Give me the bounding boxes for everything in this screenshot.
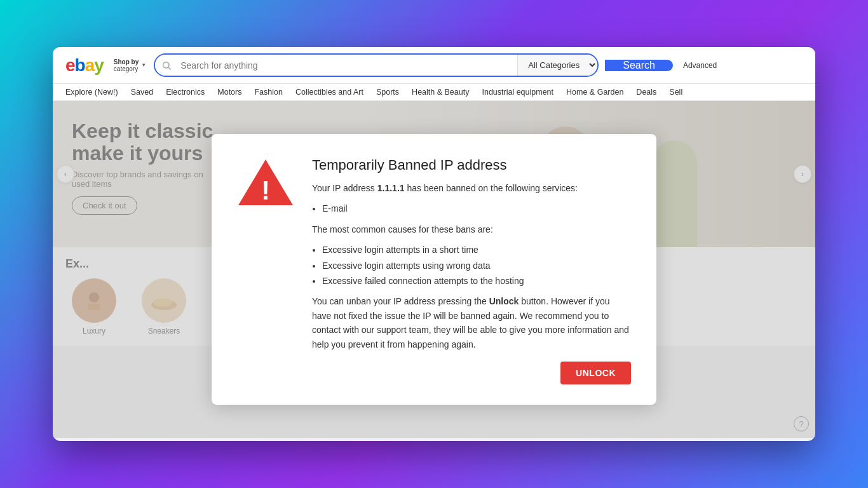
nav-item-fashion[interactable]: Fashion: [254, 88, 282, 97]
nav-item-electronics[interactable]: Electronics: [166, 88, 205, 97]
unlock-button[interactable]: UNLOCK: [560, 362, 631, 384]
nav-item-saved[interactable]: Saved: [131, 88, 153, 97]
modal-intro-text: Your IP address 1.1.1.1 has been banned …: [312, 181, 631, 195]
modal-footer: UNLOCK: [312, 362, 631, 384]
svg-line-1: [168, 67, 171, 70]
nav-item-industrial[interactable]: Industrial equipment: [482, 88, 553, 97]
modal-overlay: ! Temporarily Banned IP address Your IP …: [53, 101, 815, 438]
logo-a: a: [85, 57, 95, 74]
advanced-link[interactable]: Advanced: [683, 61, 717, 70]
nav-item-motors[interactable]: Motors: [217, 88, 241, 97]
modal-body: Your IP address 1.1.1.1 has been banned …: [312, 181, 631, 351]
search-icon: [155, 55, 178, 76]
ban-modal: ! Temporarily Banned IP address Your IP …: [212, 134, 656, 405]
modal-ip: 1.1.1.1: [377, 183, 405, 193]
shop-by-label: Shop by: [114, 58, 139, 65]
nav-bar: Explore (New!) Saved Electronics Motors …: [53, 84, 815, 101]
logo-e: e: [65, 57, 75, 74]
search-input[interactable]: [178, 55, 517, 76]
cause-1: Excessive login attempts in a short time: [322, 243, 631, 257]
main-content: ‹ Keep it classic, make it yours Discove…: [53, 101, 815, 438]
search-button[interactable]: Search: [605, 60, 673, 71]
nav-item-deals[interactable]: Deals: [636, 88, 656, 97]
modal-content: Temporarily Banned IP address Your IP ad…: [312, 157, 631, 384]
svg-text:!: !: [261, 175, 270, 205]
banned-service-email: E-mail: [322, 201, 631, 215]
svg-point-0: [163, 62, 169, 67]
causes-list: Excessive login attempts in a short time…: [322, 243, 631, 288]
modal-title: Temporarily Banned IP address: [312, 157, 631, 173]
nav-item-sports[interactable]: Sports: [376, 88, 399, 97]
nav-item-sell[interactable]: Sell: [669, 88, 682, 97]
ebay-header: ebay Shop by category ▼ All Categories S…: [53, 47, 815, 84]
category-label: category: [114, 65, 139, 72]
nav-item-explore[interactable]: Explore (New!): [65, 88, 118, 97]
causes-title: The most common causes for these bans ar…: [312, 222, 631, 236]
logo-y: y: [94, 57, 104, 74]
ebay-logo[interactable]: ebay: [65, 57, 104, 74]
logo-b: b: [75, 57, 85, 74]
unlock-info: You can unban your IP address pressing t…: [312, 294, 631, 351]
nav-item-collectibles[interactable]: Collectibles and Art: [295, 88, 363, 97]
nav-item-home[interactable]: Home & Garden: [566, 88, 623, 97]
cause-3: Excessive failed connection attempts to …: [322, 274, 631, 288]
nav-item-health[interactable]: Health & Beauty: [412, 88, 469, 97]
search-bar: All Categories: [154, 53, 599, 77]
chevron-down-icon: ▼: [141, 62, 146, 68]
cause-2: Excessive login attempts using wrong dat…: [322, 259, 631, 273]
browser-window: ebay Shop by category ▼ All Categories S…: [53, 47, 815, 441]
category-select[interactable]: All Categories: [517, 55, 597, 76]
shop-by-category[interactable]: Shop by category ▼: [114, 58, 146, 72]
warning-icon: !: [237, 157, 294, 208]
banned-services-list: E-mail: [322, 201, 631, 215]
